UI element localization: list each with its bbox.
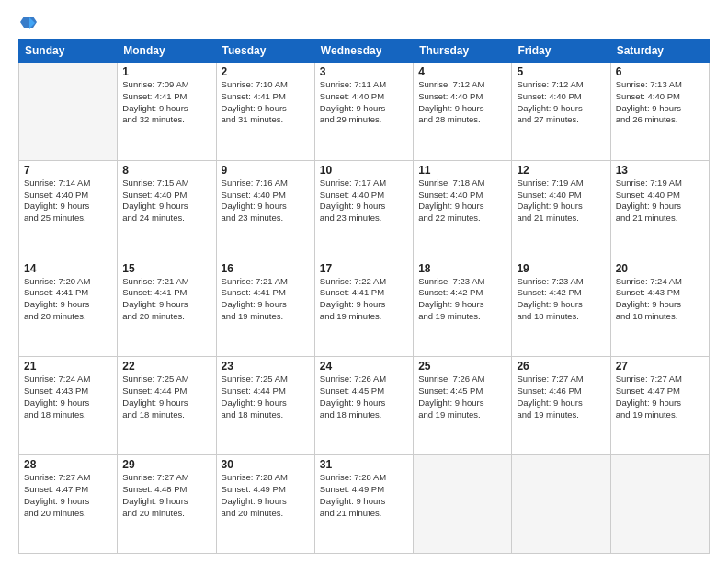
calendar-cell: 18Sunrise: 7:23 AMSunset: 4:42 PMDayligh… [414,259,512,357]
calendar-cell: 30Sunrise: 7:28 AMSunset: 4:49 PMDayligh… [216,455,314,554]
day-info: Sunrise: 7:12 AMSunset: 4:40 PMDaylight:… [418,79,506,126]
calendar-week-3: 21Sunrise: 7:24 AMSunset: 4:43 PMDayligh… [19,357,710,455]
calendar-cell: 4Sunrise: 7:12 AMSunset: 4:40 PMDaylight… [414,63,512,161]
calendar-cell: 16Sunrise: 7:21 AMSunset: 4:41 PMDayligh… [216,259,314,357]
day-number: 23 [222,360,310,373]
day-info: Sunrise: 7:17 AMSunset: 4:40 PMDaylight:… [320,178,408,224]
day-number: 9 [222,164,310,177]
calendar-cell [610,455,709,554]
day-number: 16 [222,262,310,275]
calendar-cell: 20Sunrise: 7:24 AMSunset: 4:43 PMDayligh… [610,259,709,357]
day-info: Sunrise: 7:28 AMSunset: 4:49 PMDaylight:… [222,472,310,519]
calendar-cell: 17Sunrise: 7:22 AMSunset: 4:41 PMDayligh… [314,259,413,357]
day-info: Sunrise: 7:15 AMSunset: 4:40 PMDaylight:… [122,178,210,224]
day-info: Sunrise: 7:23 AMSunset: 4:42 PMDaylight:… [418,276,506,323]
day-info: Sunrise: 7:26 AMSunset: 4:45 PMDaylight:… [320,373,408,420]
day-info: Sunrise: 7:13 AMSunset: 4:40 PMDaylight:… [616,79,704,126]
calendar-cell: 31Sunrise: 7:28 AMSunset: 4:49 PMDayligh… [314,455,413,554]
day-info: Sunrise: 7:25 AMSunset: 4:44 PMDaylight:… [222,373,310,420]
calendar-cell: 7Sunrise: 7:14 AMSunset: 4:40 PMDaylight… [19,160,118,259]
day-info: Sunrise: 7:16 AMSunset: 4:40 PMDaylight:… [222,178,310,224]
calendar-week-0: 1Sunrise: 7:09 AMSunset: 4:41 PMDaylight… [19,63,710,161]
calendar-cell: 8Sunrise: 7:15 AMSunset: 4:40 PMDaylight… [118,160,216,259]
logo-icon [20,15,37,31]
day-number: 11 [418,164,506,177]
calendar-cell: 3Sunrise: 7:11 AMSunset: 4:40 PMDaylight… [314,63,413,161]
day-info: Sunrise: 7:09 AMSunset: 4:41 PMDaylight:… [122,79,210,126]
day-number: 17 [320,262,408,275]
day-number: 1 [122,65,210,78]
day-number: 25 [418,360,506,373]
day-number: 31 [320,458,408,471]
day-number: 15 [122,262,210,275]
day-number: 3 [320,65,408,78]
logo [18,15,37,31]
day-info: Sunrise: 7:22 AMSunset: 4:41 PMDaylight:… [320,276,408,323]
day-info: Sunrise: 7:11 AMSunset: 4:40 PMDaylight:… [320,79,408,126]
svg-marker-0 [20,17,37,28]
day-number: 10 [320,164,408,177]
page: SundayMondayTuesdayWednesdayThursdayFrid… [0,0,728,563]
calendar-header-thursday: Thursday [414,40,512,63]
day-number: 4 [418,65,506,78]
calendar-cell [414,455,512,554]
day-info: Sunrise: 7:24 AMSunset: 4:43 PMDaylight:… [616,276,704,323]
calendar-cell: 9Sunrise: 7:16 AMSunset: 4:40 PMDaylight… [216,160,314,259]
calendar-cell: 10Sunrise: 7:17 AMSunset: 4:40 PMDayligh… [314,160,413,259]
day-info: Sunrise: 7:28 AMSunset: 4:49 PMDaylight:… [320,472,408,519]
calendar-cell: 6Sunrise: 7:13 AMSunset: 4:40 PMDaylight… [610,63,709,161]
day-number: 22 [122,360,210,373]
day-info: Sunrise: 7:21 AMSunset: 4:41 PMDaylight:… [122,276,210,323]
calendar-cell: 5Sunrise: 7:12 AMSunset: 4:40 PMDaylight… [512,63,610,161]
day-info: Sunrise: 7:27 AMSunset: 4:47 PMDaylight:… [24,472,112,519]
calendar-cell: 12Sunrise: 7:19 AMSunset: 4:40 PMDayligh… [512,160,610,259]
calendar-cell: 11Sunrise: 7:18 AMSunset: 4:40 PMDayligh… [414,160,512,259]
calendar-cell: 22Sunrise: 7:25 AMSunset: 4:44 PMDayligh… [118,357,216,455]
calendar-cell: 2Sunrise: 7:10 AMSunset: 4:41 PMDaylight… [216,63,314,161]
day-info: Sunrise: 7:23 AMSunset: 4:42 PMDaylight:… [517,276,605,323]
calendar-header-tuesday: Tuesday [216,40,314,63]
day-number: 18 [418,262,506,275]
day-info: Sunrise: 7:10 AMSunset: 4:41 PMDaylight:… [222,79,310,126]
calendar-table: SundayMondayTuesdayWednesdayThursdayFrid… [18,39,710,554]
header [18,15,710,31]
calendar-cell: 19Sunrise: 7:23 AMSunset: 4:42 PMDayligh… [512,259,610,357]
calendar-cell: 23Sunrise: 7:25 AMSunset: 4:44 PMDayligh… [216,357,314,455]
day-number: 13 [616,164,704,177]
calendar-cell: 15Sunrise: 7:21 AMSunset: 4:41 PMDayligh… [118,259,216,357]
calendar-week-4: 28Sunrise: 7:27 AMSunset: 4:47 PMDayligh… [19,455,710,554]
day-number: 6 [616,65,704,78]
calendar-week-1: 7Sunrise: 7:14 AMSunset: 4:40 PMDaylight… [19,160,710,259]
calendar-cell: 28Sunrise: 7:27 AMSunset: 4:47 PMDayligh… [19,455,118,554]
day-info: Sunrise: 7:27 AMSunset: 4:47 PMDaylight:… [616,373,704,420]
calendar-header-friday: Friday [512,40,610,63]
calendar-cell: 21Sunrise: 7:24 AMSunset: 4:43 PMDayligh… [19,357,118,455]
day-number: 14 [24,262,112,275]
day-info: Sunrise: 7:19 AMSunset: 4:40 PMDaylight:… [517,178,605,224]
day-number: 5 [517,65,605,78]
day-number: 21 [24,360,112,373]
calendar-cell: 13Sunrise: 7:19 AMSunset: 4:40 PMDayligh… [610,160,709,259]
day-number: 29 [122,458,210,471]
day-info: Sunrise: 7:14 AMSunset: 4:40 PMDaylight:… [24,178,112,224]
calendar-cell [512,455,610,554]
day-number: 8 [122,164,210,177]
day-info: Sunrise: 7:21 AMSunset: 4:41 PMDaylight:… [222,276,310,323]
day-info: Sunrise: 7:25 AMSunset: 4:44 PMDaylight:… [122,373,210,420]
calendar-cell: 26Sunrise: 7:27 AMSunset: 4:46 PMDayligh… [512,357,610,455]
day-info: Sunrise: 7:24 AMSunset: 4:43 PMDaylight:… [24,373,112,420]
day-number: 27 [616,360,704,373]
day-number: 12 [517,164,605,177]
day-number: 24 [320,360,408,373]
day-number: 7 [24,164,112,177]
calendar-header-sunday: Sunday [19,40,118,63]
day-info: Sunrise: 7:27 AMSunset: 4:48 PMDaylight:… [122,472,210,519]
calendar-header-row: SundayMondayTuesdayWednesdayThursdayFrid… [19,40,710,63]
calendar-header-saturday: Saturday [610,40,709,63]
calendar-header-wednesday: Wednesday [314,40,413,63]
day-info: Sunrise: 7:18 AMSunset: 4:40 PMDaylight:… [418,178,506,224]
day-info: Sunrise: 7:19 AMSunset: 4:40 PMDaylight:… [616,178,704,224]
calendar-cell: 1Sunrise: 7:09 AMSunset: 4:41 PMDaylight… [118,63,216,161]
calendar-cell: 24Sunrise: 7:26 AMSunset: 4:45 PMDayligh… [314,357,413,455]
day-info: Sunrise: 7:27 AMSunset: 4:46 PMDaylight:… [517,373,605,420]
